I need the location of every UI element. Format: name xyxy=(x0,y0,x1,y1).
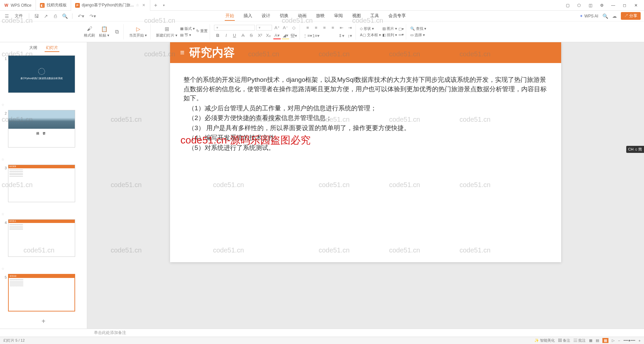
view-reading-icon[interactable]: ▦ xyxy=(602,338,608,343)
decrease-indent-button[interactable]: ⇤ xyxy=(338,24,345,31)
copy-button[interactable]: ⧉ xyxy=(112,28,121,35)
window-compact-icon[interactable]: ▢ xyxy=(562,1,573,10)
print-icon[interactable]: ⎙ xyxy=(52,13,59,19)
font-color-button[interactable]: A▾ xyxy=(273,33,281,39)
undo-icon[interactable]: ↶▾ xyxy=(76,13,86,19)
decrease-font-button[interactable]: A⁻ xyxy=(282,24,289,31)
close-button[interactable]: ✕ xyxy=(631,1,641,10)
wps-ai-button[interactable]: ✦WPS AI xyxy=(580,14,598,18)
find-button[interactable]: 🔍 查找 ▾ xyxy=(410,26,426,31)
view-sorter-icon[interactable]: ▤ xyxy=(596,338,599,343)
view-normal-icon[interactable]: ▦ xyxy=(589,338,592,343)
thumb-slide-3[interactable]: 3 研究背景━━━━━━━━━━━━━━━━━━━━━━━━━━━━━━━━━━… xyxy=(1,165,84,202)
star-icon[interactable]: ☆ xyxy=(1,151,5,161)
thumb-list[interactable]: 1 基于Python的热门旅游景点数据分析系统 ☆ 2 摘 要 ☆ 3 研究背景… xyxy=(0,54,87,314)
menu-tab-transition[interactable]: 切换 xyxy=(279,11,289,21)
add-tab-button[interactable]: + xyxy=(150,2,161,8)
slides-tab[interactable]: 幻灯片 xyxy=(45,44,59,52)
slide-canvas[interactable]: ≡ 研究内容 整个的系统的开发运用Python技术，django框架，以及MyS… xyxy=(87,42,644,329)
thumb-slide-2[interactable]: 2 摘 要 xyxy=(1,110,84,148)
ime-indicator[interactable]: CH ♫ 简 xyxy=(626,146,644,153)
reset-button[interactable]: ↻ 重置 xyxy=(196,28,208,34)
font-select[interactable]: ▾ xyxy=(214,25,255,31)
add-slide-button[interactable]: + xyxy=(0,314,87,329)
font-size-select[interactable]: ▾ xyxy=(256,25,272,31)
export-icon[interactable]: ↗ xyxy=(43,13,49,19)
increase-indent-button[interactable]: ⇥ xyxy=(346,24,354,31)
remarks-button[interactable]: ☷ 备注 xyxy=(558,338,570,343)
redo-icon[interactable]: ↷▾ xyxy=(88,13,97,19)
search-icon[interactable]: 🔍 xyxy=(602,13,608,19)
zoom-in-button[interactable]: + xyxy=(639,339,641,343)
menu-tab-member[interactable]: 会员专享 xyxy=(388,11,407,21)
bold-button[interactable]: B xyxy=(214,32,221,39)
hamburger-icon[interactable]: ☰ xyxy=(3,13,10,19)
save-icon[interactable]: 🖫 xyxy=(33,13,40,19)
menu-tab-view[interactable]: 视图 xyxy=(352,11,362,21)
strike-button[interactable]: S xyxy=(248,32,255,39)
zoom-slider[interactable]: ━━●━━ xyxy=(624,338,635,343)
view-slideshow-icon[interactable]: ▷ xyxy=(612,338,614,343)
close-tab-icon[interactable]: ✕ xyxy=(141,3,146,8)
highlight-button[interactable]: ◢▾ xyxy=(282,33,289,39)
window-cube-icon[interactable]: ◫ xyxy=(585,1,596,10)
current-slide[interactable]: ≡ 研究内容 整个的系统的开发运用Python技术，django框架，以及MyS… xyxy=(170,42,561,262)
layout-button[interactable]: ▦ 版式 ▾ xyxy=(180,26,195,31)
share-button[interactable]: ↗ 分享 xyxy=(621,12,641,20)
align-justify-button[interactable]: ≡ xyxy=(329,24,336,31)
outline-tab[interactable]: 大纲 xyxy=(28,44,39,52)
format-painter-button[interactable]: 🖌格式刷 xyxy=(83,25,96,38)
arrange-button[interactable]: ◧ 排列 ▾ xyxy=(382,33,397,38)
file-menu[interactable]: 文件 xyxy=(13,13,25,19)
shape-outline-button[interactable]: ▭▾ xyxy=(398,33,404,37)
number-list-button[interactable]: 1≡▾ xyxy=(312,33,320,39)
select-button[interactable]: ▭ 选择 ▾ xyxy=(410,33,426,38)
star-icon[interactable]: ☆ xyxy=(1,206,5,216)
tab-templates[interactable]: ◧ 找稻壳模板 xyxy=(36,0,71,11)
preview-icon[interactable]: 🔍 xyxy=(61,13,68,19)
menu-tab-review[interactable]: 审阅 xyxy=(333,11,343,21)
clear-format-button[interactable]: ◇ xyxy=(290,24,298,31)
subscript-button[interactable]: X₂ xyxy=(265,32,272,39)
text-direction-button[interactable]: ↕▾ xyxy=(346,33,354,39)
window-settings-icon[interactable]: ⚙ xyxy=(596,1,607,10)
window-package-icon[interactable]: ⬡ xyxy=(574,1,584,10)
notes-pane[interactable]: 单击此处添加备注 xyxy=(0,329,644,337)
strikethrough-button[interactable]: A̶ xyxy=(239,32,247,39)
shape-fill-button[interactable]: ▢▾ xyxy=(398,27,404,31)
star-icon[interactable]: ☆ xyxy=(136,3,139,7)
tab-current-file[interactable]: P django基于Python的热门旅... ☆ ✕ xyxy=(71,0,150,11)
minimize-button[interactable]: — xyxy=(608,1,619,10)
line-spacing-button[interactable]: ⇕▾ xyxy=(338,33,345,39)
zoom-out-button[interactable]: − xyxy=(618,339,620,343)
menu-tab-design[interactable]: 设计 xyxy=(261,11,271,21)
from-current-button[interactable]: ▷当页开始 ▾ xyxy=(128,25,148,38)
smartify-button[interactable]: ✨ 智能美化 xyxy=(534,338,555,343)
menu-tab-animation[interactable]: 动画 xyxy=(297,11,307,21)
align-right-button[interactable]: ≡ xyxy=(321,24,328,31)
star-icon[interactable]: ☆ xyxy=(1,260,5,271)
shape-button[interactable]: ◇ 形状 ▾ xyxy=(360,26,381,31)
menu-tab-slideshow[interactable]: 放映 xyxy=(315,11,325,21)
align-center-button[interactable]: ≡ xyxy=(312,24,320,31)
paste-button[interactable]: 📋粘贴 ▾ xyxy=(98,25,111,38)
star-icon[interactable]: ☆ xyxy=(1,96,5,107)
maximize-button[interactable]: ◻ xyxy=(619,1,630,10)
cloud-icon[interactable]: ☁ xyxy=(612,13,617,19)
menu-tab-insert[interactable]: 插入 xyxy=(243,11,253,21)
thumb-slide-1[interactable]: 1 基于Python的热门旅游景点数据分析系统 xyxy=(1,55,84,93)
superscript-button[interactable]: X² xyxy=(256,32,264,39)
align-left-button[interactable]: ≡ xyxy=(304,24,311,31)
thumb-slide-5[interactable]: 5 研究内容━━━━━━━━━━━━━━━━━━━━━━━━━━━━━━━━━━… xyxy=(1,274,84,311)
italic-button[interactable]: I xyxy=(222,32,230,39)
new-slide-button[interactable]: ⊞新建幻灯片 ▾ xyxy=(155,25,179,38)
tab-dropdown-icon[interactable]: ▾ xyxy=(161,3,167,7)
text-effect-button[interactable]: 變▾ xyxy=(290,33,298,39)
comments-button[interactable]: ▤ 批注 xyxy=(574,338,586,343)
tab-wps-office[interactable]: W WPS Office xyxy=(0,0,36,11)
menu-tab-start[interactable]: 开始 xyxy=(225,11,235,21)
slide-body[interactable]: 整个的系统的开发运用Python技术，django框架，以及MySql数据库技术… xyxy=(170,63,561,165)
underline-button[interactable]: U xyxy=(231,32,238,39)
image-button[interactable]: ▨ 图片 ▾ xyxy=(382,26,397,31)
bullet-list-button[interactable]: ⋮≡▾ xyxy=(304,33,311,39)
